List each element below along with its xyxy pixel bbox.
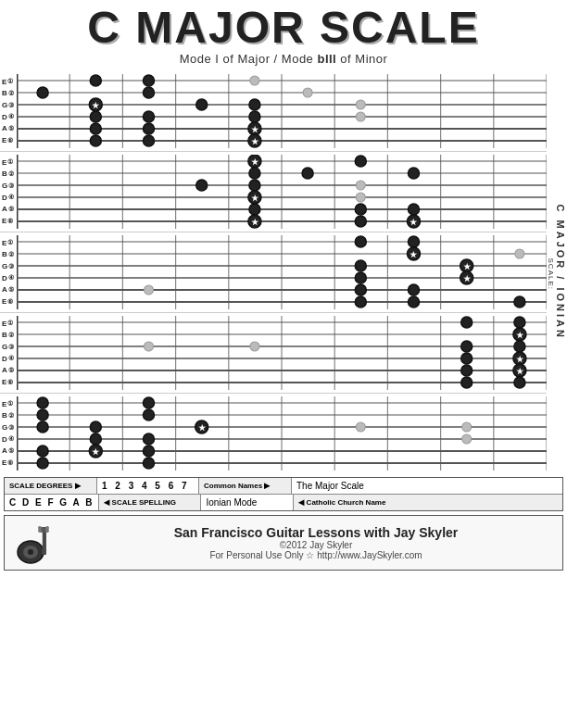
svg-point-163 [37, 409, 48, 420]
common-names-label: Common Names ▶ [199, 478, 292, 494]
svg-text:★: ★ [198, 423, 207, 433]
fretboard-svg-5: ★ ★ [17, 396, 547, 471]
svg-point-37 [143, 135, 154, 146]
fretboard-svg-2: ★ ★ [17, 155, 547, 229]
svg-point-173 [462, 434, 472, 444]
fretboard-4: E① B② G③ D④ A⑤ E⑥ [0, 313, 547, 394]
svg-point-135 [514, 341, 525, 352]
svg-point-179 [143, 458, 154, 469]
svg-point-133 [250, 342, 259, 351]
fretboard-svg-3: ★ ★ ★ [17, 235, 547, 309]
svg-point-27 [356, 100, 365, 109]
fretboards-container: E① B② G③ D④ A⑤ E⑥ [0, 71, 567, 473]
svg-point-61 [302, 168, 313, 179]
svg-point-33 [143, 123, 154, 134]
footer: San Francisco Guitar Lessons with Jay Sk… [4, 515, 563, 571]
svg-point-29 [143, 111, 154, 122]
svg-point-60 [249, 168, 260, 179]
svg-point-68 [356, 193, 365, 202]
svg-point-161 [37, 397, 48, 408]
scale-degrees-label: SCALE DEGREES ▶ [5, 478, 97, 494]
svg-point-105 [144, 285, 153, 295]
info-row-2: C D E F G A B ◀ SCALE SPELLING Ionian Mo… [5, 495, 562, 510]
svg-text:★: ★ [251, 218, 259, 227]
svg-point-19 [250, 76, 259, 85]
svg-point-172 [143, 433, 154, 445]
svg-text:★: ★ [92, 101, 100, 110]
footer-line2: ©2012 Jay Skyler [77, 540, 555, 550]
svg-point-174 [37, 446, 48, 457]
svg-text:★: ★ [516, 355, 524, 364]
svg-point-165 [37, 421, 48, 433]
svg-text:★: ★ [251, 157, 259, 167]
svg-point-31 [356, 112, 365, 121]
footer-title: San Francisco Guitar Lessons with Jay Sk… [77, 525, 555, 540]
string-labels-4: E① B② G③ D④ A⑤ E⑥ [0, 316, 17, 390]
svg-point-129 [514, 317, 525, 328]
svg-point-71 [408, 204, 419, 215]
footer-text: San Francisco Guitar Lessons with Jay Sk… [77, 525, 555, 560]
svg-point-166 [90, 421, 101, 433]
fretboard-2: E① B② G③ D④ A⑤ E⑥ [0, 152, 547, 232]
fretboard-svg-4: ★ ★ [17, 316, 547, 390]
svg-text:★: ★ [251, 125, 259, 134]
common-names-value: The Major Scale [292, 478, 562, 494]
svg-point-18 [143, 75, 154, 86]
svg-point-106 [355, 284, 366, 295]
svg-rect-183 [43, 529, 46, 555]
svg-point-74 [355, 216, 366, 227]
string-labels-2: E① B② G③ D④ A⑤ E⑥ [0, 155, 17, 229]
svg-point-169 [356, 422, 365, 432]
svg-point-25 [196, 99, 208, 110]
svg-point-36 [90, 135, 101, 146]
svg-point-20 [37, 87, 48, 98]
svg-point-143 [514, 377, 525, 388]
svg-point-139 [461, 365, 472, 376]
svg-point-128 [461, 317, 472, 328]
svg-point-178 [37, 458, 48, 469]
svg-point-22 [303, 88, 312, 97]
svg-point-107 [408, 284, 419, 295]
svg-point-177 [143, 446, 154, 457]
svg-text:★: ★ [410, 218, 418, 227]
svg-text:★: ★ [251, 137, 259, 146]
scale-label-vertical: SCALE: C MAJOR / IONIAN [547, 71, 567, 473]
footer-line3: For Personal Use Only ☆ http://www.JaySk… [77, 550, 555, 560]
svg-point-30 [249, 111, 260, 122]
fretboard-3: E① B② G③ D④ A⑤ E⑥ [0, 232, 547, 313]
spelling-label: ◀ SCALE SPELLING [99, 495, 201, 510]
spelling-value: C D E F G A B [5, 495, 99, 510]
fretboard-1: E① B② G③ D④ A⑤ E⑥ [0, 71, 547, 152]
svg-point-70 [355, 204, 366, 215]
svg-text:★: ★ [251, 194, 259, 203]
svg-point-162 [143, 397, 154, 408]
svg-text:★: ★ [516, 367, 524, 376]
svg-text:★: ★ [92, 447, 100, 457]
svg-text:★: ★ [463, 262, 472, 271]
string-labels-3: E① B② G③ D④ A⑤ E⑥ [0, 235, 17, 309]
svg-point-134 [461, 341, 472, 352]
info-row-1: SCALE DEGREES ▶ 1 2 3 4 5 6 7 Common Nam… [5, 478, 562, 495]
main-title: C MAJOR SCALE [0, 6, 567, 50]
fretboard-5: E① B② G③ D④ A⑤ E⑥ [0, 394, 547, 473]
scale-degrees-value: 1 2 3 4 5 6 7 [97, 478, 199, 494]
string-labels-5: E① B② G③ D④ A⑤ E⑥ [0, 396, 17, 471]
svg-point-182 [28, 549, 33, 555]
svg-point-21 [143, 87, 154, 98]
svg-point-110 [514, 296, 525, 308]
svg-point-109 [408, 296, 419, 308]
svg-point-164 [143, 409, 154, 420]
svg-text:★: ★ [410, 250, 418, 259]
svg-point-62 [408, 168, 419, 179]
title-area: C MAJOR SCALE Mode I of Major / Mode bII… [0, 0, 567, 71]
svg-point-171 [90, 433, 101, 445]
guitar-icon [12, 520, 68, 566]
svg-text:★: ★ [516, 331, 524, 340]
svg-point-108 [355, 296, 366, 308]
svg-point-63 [196, 180, 208, 191]
fretboard-svg-1: ★ [17, 74, 547, 148]
svg-point-132 [144, 342, 153, 351]
svg-point-17 [90, 75, 101, 86]
svg-point-59 [355, 156, 366, 167]
svg-point-69 [249, 204, 260, 215]
